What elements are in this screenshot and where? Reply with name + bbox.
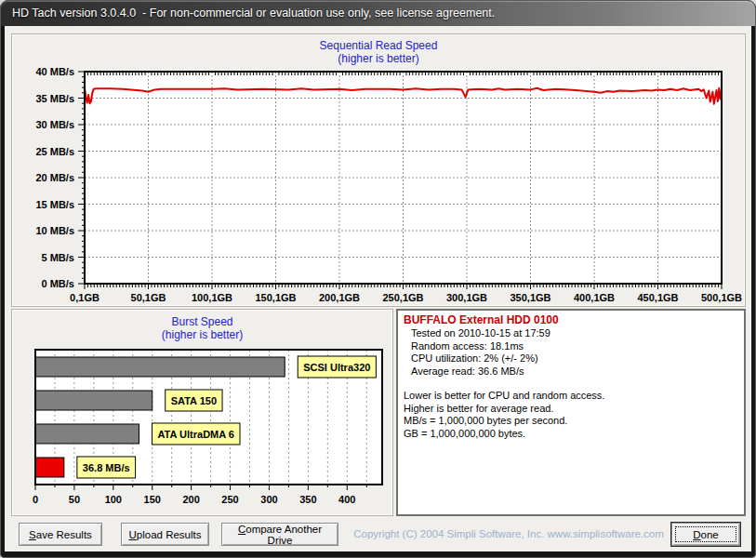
svg-text:10 MB/s: 10 MB/s [35, 225, 74, 236]
svg-text:5 MB/s: 5 MB/s [42, 252, 74, 263]
done-button[interactable]: Done [670, 522, 741, 547]
svg-text:150: 150 [144, 494, 161, 505]
svg-text:100: 100 [105, 494, 122, 505]
cpu-utilization-line: CPU utilization: 2% (+/- 2%) [404, 352, 738, 365]
svg-text:400,1GB: 400,1GB [574, 292, 615, 303]
done-label: Done [693, 529, 719, 540]
compare-another-drive-button[interactable]: Compare Another Drive [221, 523, 338, 546]
svg-text:15 MB/s: 15 MB/s [35, 199, 74, 210]
window-title: HD Tach version 3.0.4.0 - For non-commer… [12, 1, 495, 26]
results-info-panel: BUFFALO External HDD 0100 Tested on 2010… [396, 309, 746, 516]
burst-bar-3 [35, 458, 64, 477]
note-higher-better: Higher is better for average read. [404, 403, 738, 416]
svg-text:300,1GB: 300,1GB [446, 292, 487, 303]
svg-text:ATA UltraDMA 6: ATA UltraDMA 6 [157, 429, 234, 440]
copyright-text: Copyright (C) 2004 Simpli Software, Inc.… [351, 528, 667, 539]
svg-text:350: 350 [299, 494, 316, 505]
drive-name: BUFFALO External HDD 0100 [404, 313, 738, 327]
hd-tach-window: HD Tach version 3.0.4.0 - For non-commer… [0, 0, 756, 558]
sequential-read-chart: 0 MB/s5 MB/s10 MB/s15 MB/s20 MB/s25 MB/s… [12, 65, 747, 308]
svg-text:350,1GB: 350,1GB [510, 292, 550, 303]
burst-bar-0 [35, 357, 285, 377]
svg-text:SATA 150: SATA 150 [171, 395, 217, 406]
sequential-read-svg: 0 MB/s5 MB/s10 MB/s15 MB/s20 MB/s25 MB/s… [12, 65, 747, 308]
burst-bar-1 [35, 391, 153, 410]
client-area: Sequential Read Speed (higher is better)… [5, 26, 751, 551]
burst-chart-title: Burst Speed [12, 315, 392, 328]
average-read-line: Average read: 36.6 MB/s [404, 365, 738, 379]
svg-text:250,1GB: 250,1GB [382, 292, 423, 303]
svg-text:35 MB/s: 35 MB/s [35, 93, 74, 104]
info-gap [404, 378, 738, 390]
svg-text:500,1GB: 500,1GB [701, 292, 742, 303]
save-results-button[interactable]: Save Results [19, 523, 102, 546]
svg-text:SCSI Ultra320: SCSI Ultra320 [303, 362, 370, 373]
compare-another-drive-label: Compare Another Drive [228, 524, 332, 546]
svg-text:200,1GB: 200,1GB [319, 292, 360, 303]
svg-text:200: 200 [182, 494, 199, 505]
upload-results-label: Upload Results [129, 529, 202, 540]
burst-speed-chart: SCSI Ultra320SATA 150ATA UltraDMA 636.8 … [14, 343, 391, 515]
burst-speed-svg: SCSI Ultra320SATA 150ATA UltraDMA 636.8 … [14, 343, 391, 515]
svg-text:150,1GB: 150,1GB [255, 292, 296, 303]
svg-text:20 MB/s: 20 MB/s [35, 172, 74, 183]
burst-bar-2 [35, 424, 139, 444]
svg-text:450,1GB: 450,1GB [637, 292, 678, 303]
sequential-chart-title: Sequential Read Speed [12, 39, 745, 52]
sequential-read-panel: Sequential Read Speed (higher is better)… [11, 33, 746, 307]
upload-results-button[interactable]: Upload Results [121, 523, 209, 546]
svg-text:300: 300 [260, 494, 277, 505]
note-lower-better: Lower is better for CPU and random acces… [404, 390, 738, 403]
title-bar[interactable]: HD Tach version 3.0.4.0 - For non-commer… [1, 1, 755, 26]
note-mbs-definition: MB/s = 1,000,000 bytes per second. [404, 415, 738, 428]
svg-text:50,1GB: 50,1GB [131, 292, 166, 303]
random-access-line: Random access: 18.1ms [404, 340, 738, 353]
svg-text:250: 250 [221, 494, 238, 505]
svg-text:30 MB/s: 30 MB/s [35, 119, 74, 130]
svg-text:36.8 MB/s: 36.8 MB/s [83, 462, 130, 473]
svg-text:25 MB/s: 25 MB/s [35, 146, 74, 157]
burst-chart-subtitle: (higher is better) [12, 328, 392, 341]
svg-text:400: 400 [338, 494, 355, 505]
svg-text:0,1GB: 0,1GB [70, 292, 99, 303]
burst-speed-panel: Burst Speed (higher is better) SCSI Ultr… [11, 309, 393, 516]
svg-text:100,1GB: 100,1GB [192, 292, 232, 303]
tested-on-line: Tested on 2010-10-15 at 17:59 [404, 327, 738, 340]
svg-text:50: 50 [69, 494, 80, 505]
note-gb-definition: GB = 1,000,000,000 bytes. [404, 428, 738, 441]
svg-text:0: 0 [33, 494, 38, 505]
sequential-chart-subtitle: (higher is better) [12, 52, 745, 65]
svg-text:0 MB/s: 0 MB/s [42, 278, 74, 289]
save-results-label: Save Results [29, 529, 92, 540]
svg-text:40 MB/s: 40 MB/s [35, 66, 74, 77]
